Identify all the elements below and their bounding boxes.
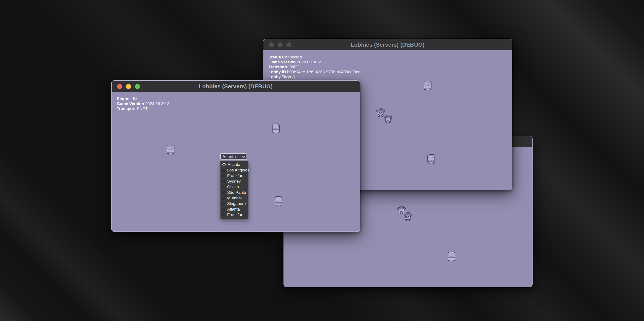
status-line: Status Idle	[117, 96, 169, 101]
status-line: Game Version 2024.09.30-2	[268, 59, 362, 64]
dropdown-option[interactable]: Singapore	[220, 201, 248, 207]
radio-icon	[222, 197, 225, 200]
region-select-value: Atlanta	[222, 154, 242, 159]
barrel-sprite	[272, 124, 280, 134]
window-title: Lobbies (Servers) (DEBUG)	[199, 83, 272, 90]
status-block: Status ConnectedGame Version 2024.09.30-…	[268, 54, 362, 79]
dropdown-option[interactable]: Mumbai	[220, 195, 248, 201]
dropdown-option[interactable]: Atlanta	[220, 162, 248, 167]
status-line: Status Connected	[268, 54, 362, 59]
status-line: Transport ENET	[268, 64, 362, 69]
radio-icon	[222, 208, 225, 211]
close-button[interactable]	[269, 42, 274, 47]
region-select[interactable]: Atlanta	[220, 153, 247, 160]
radio-selected-icon	[222, 163, 226, 166]
radio-icon	[222, 191, 225, 194]
radio-icon	[222, 186, 225, 188]
dropdown-option[interactable]: Los Angeles	[220, 167, 248, 173]
traffic-lights	[117, 81, 140, 92]
cowboy-sprite	[376, 108, 385, 117]
traffic-lights	[269, 39, 292, 50]
region-dropdown-menu[interactable]: AtlantaLos AngelesFrankfurtSydneyOsakaSã…	[220, 161, 248, 219]
radio-icon	[222, 174, 225, 177]
barrel-sprite	[428, 154, 435, 165]
zoom-button[interactable]	[286, 42, 292, 47]
titlebar[interactable]: Lobbies (Servers) (DEBUG)	[112, 81, 360, 92]
minimize-button[interactable]	[126, 84, 131, 89]
status-line: Transport ENET	[117, 106, 169, 111]
radio-icon	[222, 180, 225, 183]
status-block: Status IdleGame Version 2024.09.30-2Tran…	[117, 96, 169, 111]
status-line: Lobby ID b03c34ee-1ef9-4366-975e-b04586e…	[268, 69, 362, 74]
dropdown-option[interactable]: São Paulo	[220, 190, 248, 195]
radio-icon	[222, 169, 225, 172]
minimize-button[interactable]	[278, 42, 283, 47]
barrel-sprite	[424, 81, 432, 91]
barrel-sprite	[275, 196, 282, 207]
titlebar[interactable]: Lobbies (Servers) (DEBUG)	[263, 39, 512, 51]
cowboy-sprite	[404, 212, 412, 222]
barrel-sprite	[448, 252, 455, 262]
radio-icon	[222, 214, 225, 216]
window-lobbies-servers-front[interactable]: Lobbies (Servers) (DEBUG) Status IdleGam…	[111, 80, 360, 232]
dropdown-option[interactable]: Osaka	[220, 184, 248, 190]
close-button[interactable]	[117, 84, 122, 89]
barrel-sprite	[167, 145, 174, 155]
dropdown-option[interactable]: Frankfurt	[220, 212, 248, 218]
chevron-down-icon	[241, 154, 245, 158]
cowboy-sprite	[384, 115, 392, 124]
dropdown-option[interactable]: Sydney	[220, 179, 248, 184]
dropdown-option[interactable]: Atlanta	[220, 207, 248, 212]
zoom-button[interactable]	[135, 84, 140, 89]
dropdown-option[interactable]: Frankfurt	[220, 173, 248, 179]
status-line: Game Version 2024.09.30-2	[117, 101, 169, 106]
status-line: Lobby Tags {}	[268, 74, 362, 79]
window-title: Lobbies (Servers) (DEBUG)	[350, 41, 424, 48]
lobby-view[interactable]: Status IdleGame Version 2024.09.30-2Tran…	[112, 92, 360, 231]
radio-icon	[222, 202, 225, 205]
